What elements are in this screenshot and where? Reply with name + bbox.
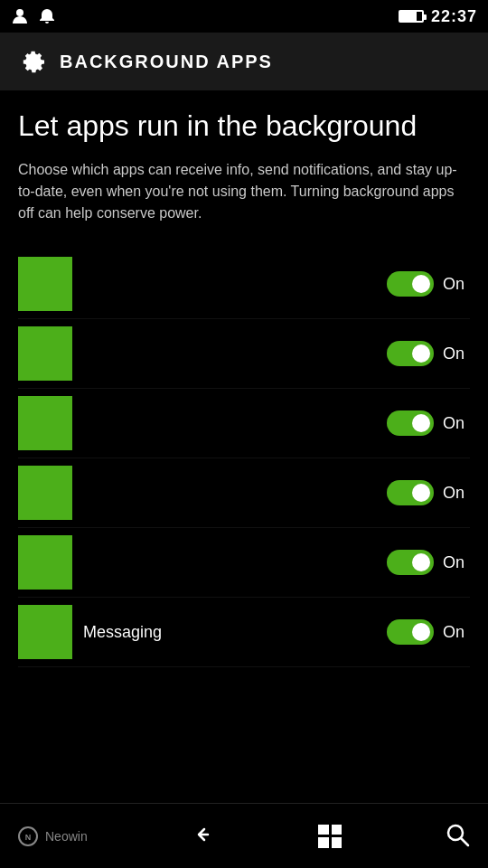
toggle-container-5: On <box>387 550 470 575</box>
toggle-knob-4 <box>412 484 430 502</box>
toggle-label-4: On <box>443 484 470 503</box>
toggle-5[interactable] <box>387 550 434 575</box>
bell-icon <box>38 7 56 25</box>
search-button[interactable] <box>445 822 470 851</box>
toggle-container-messaging: On <box>387 619 470 645</box>
toggle-2[interactable] <box>387 341 434 366</box>
app-row: On <box>18 319 470 389</box>
svg-line-4 <box>461 838 468 845</box>
toggle-container-4: On <box>387 480 470 505</box>
app-icon-1 <box>18 257 72 311</box>
svg-text:N: N <box>25 833 32 842</box>
app-row: On <box>18 389 470 458</box>
toggle-4[interactable] <box>387 480 434 505</box>
gear-icon <box>14 45 47 78</box>
back-button[interactable] <box>190 822 215 851</box>
toggle-knob-1 <box>412 275 430 293</box>
back-arrow-icon <box>190 822 215 847</box>
toggle-3[interactable] <box>387 410 434 436</box>
toggle-label-2: On <box>443 344 470 363</box>
status-time: 22:37 <box>431 7 477 26</box>
toggle-container-2: On <box>387 341 470 366</box>
neowin-text: Neowin <box>45 829 88 844</box>
bottom-nav: N Neowin <box>0 803 488 868</box>
toggle-label-5: On <box>443 553 470 572</box>
app-row: Messaging On <box>18 598 470 667</box>
battery-icon <box>399 10 424 23</box>
main-heading: Let apps run in the background <box>18 108 470 143</box>
nav-brand: N Neowin <box>18 826 88 846</box>
app-row: On <box>18 458 470 528</box>
main-content: Let apps run in the background Choose wh… <box>0 90 488 676</box>
toggle-label-messaging: On <box>443 623 470 642</box>
app-row: On <box>18 528 470 598</box>
app-icon-messaging <box>18 605 72 659</box>
toggle-container-3: On <box>387 410 470 436</box>
app-icon-3 <box>18 396 72 450</box>
toggle-knob-messaging <box>412 623 430 641</box>
app-list: On On On <box>18 250 470 667</box>
toggle-knob-2 <box>412 344 430 363</box>
app-icon-4 <box>18 466 72 520</box>
neowin-logo: N <box>18 826 38 846</box>
toggle-label-3: On <box>443 414 470 433</box>
person-icon <box>11 7 29 25</box>
status-bar: 22:37 <box>0 0 488 33</box>
page-title: BACKGROUND APPS <box>60 52 273 72</box>
toggle-knob-3 <box>412 414 430 432</box>
toggle-knob-5 <box>412 553 430 571</box>
app-name-messaging: Messaging <box>83 623 387 642</box>
toggle-label-1: On <box>443 275 470 294</box>
windows-logo-icon <box>318 825 342 848</box>
status-icons <box>11 7 56 25</box>
app-row: On <box>18 250 470 319</box>
main-description: Choose which apps can receive info, send… <box>18 159 470 224</box>
title-bar: BACKGROUND APPS <box>0 33 488 90</box>
toggle-1[interactable] <box>387 271 434 297</box>
toggle-messaging[interactable] <box>387 619 434 645</box>
windows-home-button[interactable] <box>318 825 342 848</box>
app-icon-2 <box>18 326 72 381</box>
search-icon <box>445 822 470 847</box>
svg-point-0 <box>16 9 23 16</box>
toggle-container-1: On <box>387 271 470 297</box>
app-icon-5 <box>18 535 72 590</box>
